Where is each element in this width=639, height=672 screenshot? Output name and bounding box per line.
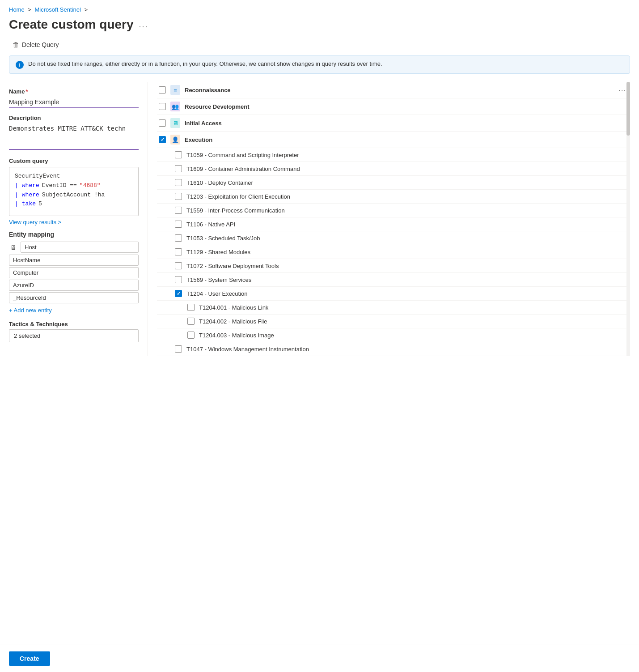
name-input[interactable] (9, 97, 139, 108)
entity-field-hostname[interactable]: HostName (9, 255, 139, 266)
t1106-label: T1106 - Native API (186, 221, 235, 228)
breadcrumb-sentinel[interactable]: Microsoft Sentinel (35, 6, 81, 13)
t1059-label: T1059 - Command and Scripting Interprete… (186, 152, 299, 158)
entity-mapping-label: Entity mapping (9, 231, 139, 238)
technique-item-t1072[interactable]: T1072 - Software Deployment Tools (157, 259, 628, 273)
entity-field-azureid[interactable]: AzureID (9, 280, 139, 291)
scrollbar-thumb[interactable] (626, 82, 630, 136)
technique-item-execution[interactable]: 👤 Execution (157, 132, 628, 148)
entity-field-resourceid[interactable]: _ResourceId (9, 292, 139, 303)
t1129-label: T1129 - Shared Modules (186, 249, 250, 255)
technique-item-t1047[interactable]: T1047 - Windows Management Instrumentati… (157, 342, 628, 356)
technique-item-t1204[interactable]: T1204 - User Execution (157, 287, 628, 301)
checkbox-t1053[interactable] (175, 234, 182, 242)
recon-ellipsis[interactable]: ··· (618, 86, 626, 94)
checkbox-resource-dev[interactable] (159, 103, 166, 110)
code-line-4: | take 5 (15, 200, 133, 209)
resource-dev-label: Resource Development (185, 103, 250, 110)
checkbox-t1204-001[interactable] (187, 304, 195, 311)
recon-icon: ≡ (170, 85, 180, 95)
t1204-001-label: T1204.001 - Malicious Link (199, 304, 268, 311)
description-input[interactable]: Demonstrates MITRE ATT&CK techn (9, 123, 139, 150)
code-line-2: | where EventID == "4688" (15, 181, 133, 191)
t1204-002-label: T1204.002 - Malicious File (199, 318, 267, 325)
checkbox-t1047[interactable] (175, 345, 182, 353)
info-banner-text: Do not use fixed time ranges, either dir… (28, 60, 382, 67)
checkbox-t1609[interactable] (175, 165, 182, 172)
technique-item-t1569[interactable]: T1569 - System Services (157, 273, 628, 287)
checkbox-t1059[interactable] (175, 151, 182, 158)
technique-item-t1203[interactable]: T1203 - Exploitation for Client Executio… (157, 190, 628, 204)
code-line-3: | where SubjectAccount !ha (15, 191, 133, 200)
checkbox-t1203[interactable] (175, 193, 182, 200)
checkbox-t1129[interactable] (175, 248, 182, 255)
technique-item-t1106[interactable]: T1106 - Native API (157, 217, 628, 231)
add-new-entity-button[interactable]: + Add new entity (9, 307, 52, 314)
page-title: Create custom query (9, 17, 134, 32)
scrollbar-track[interactable] (626, 82, 630, 356)
checkbox-recon[interactable] (159, 86, 166, 94)
trash-icon: 🗑 (13, 41, 19, 48)
info-icon: i (16, 61, 24, 69)
name-label: Name* (9, 88, 139, 95)
technique-item-t1053[interactable]: T1053 - Scheduled Task/Job (157, 231, 628, 245)
code-editor[interactable]: SecurityEvent | where EventID == "4688" … (9, 167, 139, 216)
technique-item-t1559[interactable]: T1559 - Inter-Process Communication (157, 204, 628, 217)
tactics-select[interactable]: 2 selected (9, 329, 139, 342)
page-ellipsis-menu[interactable]: ... (139, 20, 148, 30)
checkbox-t1072[interactable] (175, 262, 182, 269)
right-panel: ≡ Reconnaissance ··· 👥 Resource Developm… (148, 82, 630, 356)
technique-item-t1204-003[interactable]: T1204.003 - Malicious Image (157, 328, 628, 342)
technique-item-resource-dev[interactable]: 👥 Resource Development (157, 98, 628, 115)
info-banner: i Do not use fixed time ranges, either d… (9, 55, 630, 74)
breadcrumb: Home > Microsoft Sentinel > (0, 0, 639, 16)
tactics-label: Tactics & Techniques (9, 321, 139, 327)
t1072-label: T1072 - Software Deployment Tools (186, 263, 279, 269)
code-take: take (22, 200, 36, 209)
code-line-1: SecurityEvent (15, 172, 133, 181)
host-icon: 🖥 (9, 243, 18, 252)
code-where-2: where (22, 191, 39, 200)
technique-item-initial-access[interactable]: 🖥 Initial Access (157, 115, 628, 132)
t1559-label: T1559 - Inter-Process Communication (186, 207, 285, 214)
bottom-bar: Create (0, 645, 639, 672)
technique-item-t1129[interactable]: T1129 - Shared Modules (157, 245, 628, 259)
t1609-label: T1609 - Container Administration Command (186, 166, 300, 172)
techniques-list: ≡ Reconnaissance ··· 👥 Resource Developm… (157, 82, 630, 356)
checkbox-initial-access[interactable] (159, 119, 166, 127)
checkbox-t1204[interactable] (175, 290, 182, 297)
entity-type-host[interactable]: Host (21, 242, 139, 253)
checkbox-t1569[interactable] (175, 276, 182, 283)
technique-item-t1610[interactable]: T1610 - Deploy Container (157, 176, 628, 190)
toolbar: 🗑 Delete Query (0, 39, 639, 55)
checkbox-t1204-002[interactable] (187, 318, 195, 325)
checkbox-t1610[interactable] (175, 179, 182, 186)
entity-host-block: 🖥 Host HostName Computer AzureID _Resour… (9, 242, 139, 303)
delete-query-button[interactable]: 🗑 Delete Query (9, 39, 62, 50)
main-content: Name* Description Demonstrates MITRE ATT… (0, 82, 639, 356)
page-title-row: Create custom query ... (0, 16, 639, 39)
execution-label: Execution (185, 136, 212, 143)
checkbox-t1559[interactable] (175, 207, 182, 214)
checkbox-execution[interactable] (159, 136, 166, 143)
t1204-label: T1204 - User Execution (186, 290, 248, 297)
add-entity-label: + Add new entity (9, 307, 52, 314)
left-panel: Name* Description Demonstrates MITRE ATT… (9, 82, 148, 356)
technique-item-recon[interactable]: ≡ Reconnaissance ··· (157, 82, 628, 98)
initial-access-icon: 🖥 (170, 118, 180, 128)
view-results-link[interactable]: View query results > (9, 219, 61, 225)
checkbox-t1204-003[interactable] (187, 332, 195, 339)
breadcrumb-home[interactable]: Home (9, 6, 25, 13)
resource-dev-icon: 👥 (170, 102, 180, 111)
entity-field-computer[interactable]: Computer (9, 267, 139, 278)
technique-item-t1059[interactable]: T1059 - Command and Scripting Interprete… (157, 148, 628, 162)
t1047-label: T1047 - Windows Management Instrumentati… (186, 346, 309, 353)
technique-item-t1609[interactable]: T1609 - Container Administration Command (157, 162, 628, 176)
technique-item-t1204-002[interactable]: T1204.002 - Malicious File (157, 315, 628, 328)
t1203-label: T1203 - Exploitation for Client Executio… (186, 193, 290, 200)
checkbox-t1106[interactable] (175, 221, 182, 228)
execution-icon: 👤 (170, 135, 180, 145)
create-button[interactable]: Create (9, 651, 50, 666)
technique-item-t1204-001[interactable]: T1204.001 - Malicious Link (157, 301, 628, 315)
t1053-label: T1053 - Scheduled Task/Job (186, 235, 260, 242)
